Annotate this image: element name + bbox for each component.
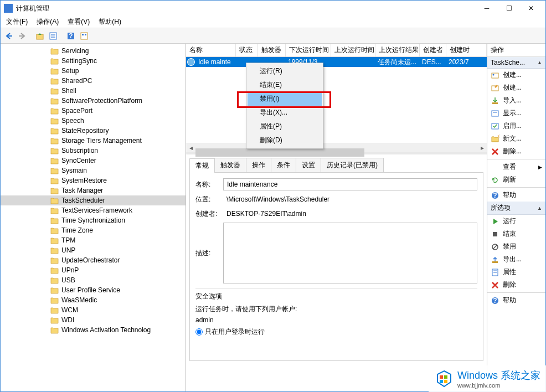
action-run[interactable]: 运行 [487, 215, 545, 228]
action-delete[interactable]: 删除... [487, 145, 545, 158]
tree-item-updateorchestrator[interactable]: UpdateOrchestrator [1, 255, 186, 265]
action-import[interactable]: 导入... [487, 94, 545, 107]
tree-item-usb[interactable]: USB [1, 275, 186, 285]
tree-item-settingsync[interactable]: SettingSync [1, 56, 186, 66]
action-help[interactable]: ?帮助 [487, 294, 545, 307]
tab-操作[interactable]: 操作 [246, 158, 271, 172]
tree-item-textservicesframework[interactable]: TextServicesFramework [1, 205, 186, 215]
action-enable[interactable]: 启用... [487, 120, 545, 132]
tree-item-sysmain[interactable]: Sysmain [1, 166, 186, 176]
tab-历史记录(已禁用)[interactable]: 历史记录(已禁用) [321, 158, 384, 172]
close-button[interactable]: ✕ [520, 1, 542, 16]
radio-logged-in-input[interactable] [195, 328, 203, 336]
tree-item-speech[interactable]: Speech [1, 116, 186, 126]
tree-item-label: Sysmain [61, 167, 87, 174]
tree-item-servicing[interactable]: Servicing [1, 46, 186, 56]
actions-section-taskscheduler[interactable]: TaskSche... ▲ [487, 57, 545, 69]
tree-item-windows-activation-technolog[interactable]: Windows Activation Technolog [1, 325, 186, 335]
menu-help[interactable]: 帮助(H) [95, 16, 125, 28]
tree-item-storage-tiers-management[interactable]: Storage Tiers Management [1, 136, 186, 146]
tree-item-softwareprotectionplatform[interactable]: SoftwareProtectionPlatform [1, 96, 186, 106]
location-label: 位置: [195, 195, 223, 204]
action-export[interactable]: 导出... [487, 253, 545, 266]
tree-item-user-profile-service[interactable]: User Profile Service [1, 285, 186, 295]
maximize-button[interactable]: ☐ [498, 1, 520, 16]
tree-item-wdi[interactable]: WDI [1, 315, 186, 325]
col-status[interactable]: 状态 [236, 44, 258, 56]
action-label: 帮助 [503, 190, 516, 200]
tree-item-task-manager[interactable]: Task Manager [1, 185, 186, 195]
tree-item-synccenter[interactable]: SyncCenter [1, 156, 186, 166]
action-delete[interactable]: 删除 [487, 278, 545, 291]
name-field[interactable]: Idle maintenance [223, 178, 477, 190]
tab-常规[interactable]: 常规 [189, 158, 215, 173]
tree-item-time-zone[interactable]: Time Zone [1, 225, 186, 235]
action-end[interactable]: 结束 [487, 228, 545, 240]
action-properties[interactable]: 属性 [487, 266, 545, 278]
tree-item-setup[interactable]: Setup [1, 66, 186, 76]
desc-field[interactable] [223, 223, 477, 283]
tree-item-tpm[interactable]: TPM [1, 235, 186, 245]
scroll-right-icon[interactable]: ▸ [477, 143, 487, 152]
col-nextrun[interactable]: 下次运行时间 [286, 44, 331, 56]
view-button[interactable] [78, 30, 90, 42]
ctx-属性p[interactable]: 属性(P) [248, 120, 322, 133]
col-result[interactable]: 上次运行结果 [375, 44, 420, 56]
ctx-导出x[interactable]: 导出(X)... [248, 106, 322, 120]
tab-设置[interactable]: 设置 [296, 158, 321, 172]
tree-item-sharedpc[interactable]: SharedPC [1, 76, 186, 86]
tree-item-staterepository[interactable]: StateRepository [1, 126, 186, 136]
tab-条件[interactable]: 条件 [271, 158, 296, 172]
action-newfolder[interactable]: ✧新文... [487, 132, 545, 145]
radio-logged-in[interactable]: 只在用户登录时运行 [195, 327, 477, 337]
ctx-删除d[interactable]: 删除(D) [248, 133, 322, 147]
tree-item-systemrestore[interactable]: SystemRestore [1, 176, 186, 185]
folder-icon [50, 87, 59, 95]
action-create[interactable]: 创建... [487, 81, 545, 94]
action-create-basic[interactable]: 创建... [487, 69, 545, 81]
create-basic-icon [491, 71, 499, 80]
ctx-结束e[interactable]: 结束(E) [248, 78, 322, 92]
tree-item-wcm[interactable]: WCM [1, 305, 186, 315]
tree-item-taskscheduler[interactable]: TaskScheduler [1, 195, 186, 205]
ctx-禁用i[interactable]: 禁用(I) [248, 92, 322, 106]
scroll-thumb[interactable] [195, 148, 364, 157]
col-creator[interactable]: 创建者 [420, 44, 446, 56]
action-disable[interactable]: 禁用 [487, 240, 545, 253]
tree-item-upnp[interactable]: UPnP [1, 265, 186, 275]
tab-触发器[interactable]: 触发器 [214, 158, 246, 172]
properties-button[interactable] [47, 30, 59, 42]
action-view[interactable]: 查看▶ [487, 161, 545, 173]
menu-file[interactable]: 文件(F) [3, 16, 31, 28]
ctx-运行r[interactable]: 运行(R) [248, 64, 322, 78]
minimize-button[interactable]: ─ [476, 1, 498, 16]
menu-action[interactable]: 操作(A) [33, 16, 62, 28]
tree-item-waasmedic[interactable]: WaaSMedic [1, 295, 186, 305]
menu-view[interactable]: 查看(V) [64, 16, 93, 28]
svg-rect-31 [440, 380, 443, 383]
task-row[interactable]: Idle mainte 1999/11/3... 任务尚未运... DES...… [186, 57, 487, 67]
col-trigger[interactable]: 触发器 [258, 44, 286, 56]
col-created[interactable]: 创建时 [446, 44, 487, 56]
scroll-left-icon[interactable]: ◂ [186, 143, 195, 152]
tree-item-subscription[interactable]: Subscription [1, 146, 186, 156]
action-show[interactable]: 显示... [487, 107, 545, 120]
windows-logo-icon [434, 369, 454, 389]
action-help[interactable]: ?帮助 [487, 189, 545, 202]
tree-item-time-synchronization[interactable]: Time Synchronization [1, 215, 186, 225]
list-hscroll[interactable]: ◂ ▸ [186, 143, 487, 152]
tree-pane[interactable]: ServicingSettingSyncSetupSharedPCShellSo… [1, 44, 186, 391]
context-menu[interactable]: 运行(R)结束(E)禁用(I)导出(X)...属性(P)删除(D) [246, 63, 323, 149]
up-folder-button[interactable] [34, 30, 46, 42]
folder-icon [50, 97, 59, 105]
action-refresh[interactable]: 刷新 [487, 173, 545, 186]
help-button[interactable]: ? [65, 30, 77, 42]
col-name[interactable]: 名称 [186, 44, 236, 56]
tree-item-spaceport[interactable]: SpacePort [1, 106, 186, 116]
forward-button[interactable] [16, 30, 28, 42]
col-lastrun[interactable]: 上次运行时间 [331, 44, 375, 56]
actions-section-selected[interactable]: 所选项 ▲ [487, 202, 545, 215]
back-button[interactable] [3, 30, 15, 42]
tree-item-shell[interactable]: Shell [1, 86, 186, 96]
tree-item-unp[interactable]: UNP [1, 245, 186, 255]
